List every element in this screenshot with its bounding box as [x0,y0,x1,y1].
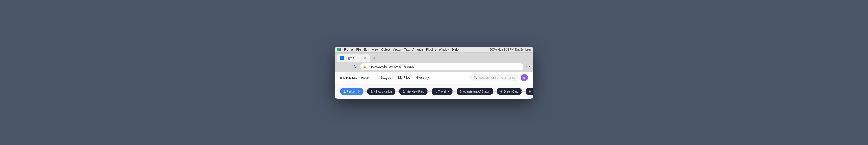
menu-vector[interactable]: Vector [393,48,401,51]
stage-item: 6. Green Card [497,88,526,95]
tab-close-button[interactable]: × [364,56,367,60]
stage-item: 8. Life! [526,88,533,95]
search-placeholder-text: Search For Forms & Terms [479,76,516,79]
menu-plugins[interactable]: Plugins [426,48,436,51]
stage-item: 4. Travel! ▶ [432,88,457,95]
site-navbar: Border ✓ Nav Stages › My Files Glossary [335,71,533,84]
menu-text[interactable]: Text [404,48,410,51]
search-icon: 🔍 [473,76,477,80]
more-options-button[interactable]: ⋯ [525,63,531,69]
menu-arrange[interactable]: Arrange [412,48,423,51]
nav-search: 🔍 Search For Forms & Terms S [470,74,528,81]
tab-bar: F Figma × + [335,53,533,62]
lock-icon: 🔒 [363,65,366,68]
nav-links: Stages › My Files Glossary [381,76,429,80]
user-avatar[interactable]: S [521,74,528,81]
mac-right-icons: 100% Mon 1:11 PM Eva Schipper [490,48,531,51]
menu-edit[interactable]: Edit [364,48,369,51]
stage-arrow-icon: ✈ [358,90,360,93]
stage-pill-1[interactable]: 1. Petition ✈ [340,88,363,95]
stage-pill-2[interactable]: 2. K1 Application [367,88,395,95]
menu-help[interactable]: Help [452,48,459,51]
stages-chevron-icon: › [392,76,393,79]
stage-pill-8[interactable]: 8. Life! [526,88,533,95]
stage-pill-3[interactable]: 3. Interview Prep [399,88,428,95]
website-content: Border ✓ Nav Stages › My Files Glossary [335,71,533,98]
tab-title: Figma [346,56,362,60]
new-tab-button[interactable]: + [371,55,378,62]
brand-nav-text: Nav [361,76,369,80]
menu-object[interactable]: Object [381,48,390,51]
stage-item: 5. Adjustment of Status [457,88,497,95]
my-files-nav-link[interactable]: My Files [398,76,410,80]
url-text: https://www.bordernav.com/stages [368,65,521,68]
browser-tab[interactable]: F Figma × [337,54,370,62]
brand-checkmark-icon: ✓ [358,76,361,80]
search-box[interactable]: 🔍 Search For Forms & Terms [470,74,519,81]
figma-app-name: Figma [344,48,353,51]
mac-menubar: Figma File Edit View Object Vector Text … [335,47,533,53]
brand-logo[interactable]: Border ✓ Nav [340,76,369,80]
stage-pill-4[interactable]: 4. Travel! ▶ [432,88,453,95]
glossary-label: Glossary [416,76,429,80]
menu-view[interactable]: View [372,48,378,51]
address-bar-row: ← → ↻ 🔒 https://www.bordernav.com/stages… [335,62,533,71]
stages-label: Stages [381,76,391,80]
stages-bar: 1. Petition ✈2. K1 Application3. Intervi… [335,84,533,98]
stage-item: 1. Petition ✈ [340,88,367,95]
mac-menu-items: File Edit View Object Vector Text Arrang… [356,48,459,51]
figma-app-icon [337,48,341,51]
brand-border-text: Border [340,76,357,80]
stage-item: 3. Interview Prep [399,88,432,95]
reload-button[interactable]: ↻ [352,63,359,69]
tab-favicon: F [340,56,344,60]
back-button[interactable]: ← [337,63,343,69]
stage-item: 2. K1 Application [367,88,399,95]
stage-pill-6[interactable]: 6. Green Card [497,88,522,95]
menu-window[interactable]: Window [439,48,450,51]
menu-file[interactable]: File [356,48,361,51]
my-files-label: My Files [398,76,410,80]
browser-window: Figma File Edit View Object Vector Text … [335,47,533,98]
play-icon: ▶ [447,90,450,93]
stages-nav-link[interactable]: Stages › [381,76,393,80]
glossary-nav-link[interactable]: Glossary [416,76,429,80]
system-info: 100% Mon 1:11 PM Eva Schipper [490,48,531,51]
address-bar[interactable]: 🔒 https://www.bordernav.com/stages [360,63,523,70]
browser-chrome: F Figma × + ← → ↻ 🔒 https://www.borderna… [335,53,533,71]
forward-button[interactable]: → [345,63,351,69]
stage-pill-5[interactable]: 5. Adjustment of Status [457,88,493,95]
